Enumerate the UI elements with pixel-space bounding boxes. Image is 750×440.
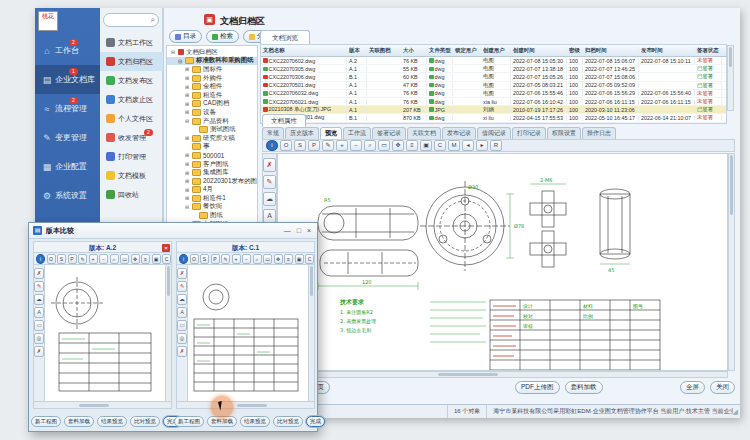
zoom-in-icon[interactable]: + — [89, 254, 98, 264]
tree-node[interactable]: ⊞外购件 — [167, 74, 257, 83]
expand-icon[interactable]: ⊞ — [184, 101, 190, 107]
open-icon[interactable]: O — [280, 140, 292, 151]
tab-操作日志[interactable]: 操作日志 — [582, 127, 616, 139]
column-header[interactable]: 密级 — [567, 47, 583, 54]
tree-node[interactable]: ⊞4月 — [167, 186, 257, 195]
column-header[interactable]: 文档名称 — [261, 47, 347, 54]
cross-markup-icon[interactable]: ✗ — [177, 346, 187, 357]
column-header[interactable]: 文件类型 — [427, 47, 453, 54]
button-套料加载[interactable]: 套料加载 — [64, 416, 94, 427]
nav-item-doc-workspace[interactable]: 文档工作区 — [100, 33, 163, 52]
tab-打印记录[interactable]: 打印记录 — [512, 127, 546, 139]
expand-icon[interactable]: ⊞ — [184, 92, 190, 98]
tree-node[interactable]: ⊞粗造件 — [167, 91, 257, 100]
tab-历史版本[interactable]: 历史版本 — [285, 127, 319, 139]
text-markup-icon[interactable]: A — [34, 307, 44, 318]
tab-权限设置[interactable]: 权限设置 — [547, 127, 581, 139]
expand-icon[interactable]: ⊞ — [184, 135, 190, 141]
sidebar-item-config[interactable]: ▦企业配置 — [35, 152, 100, 181]
cad-preview[interactable]: 120 Ø78 Ø30 45 2-M6 R5 技术要求 1. 未注圆角R2 2.… — [277, 153, 728, 371]
button-全屏[interactable]: 全屏 — [680, 381, 705, 394]
info-icon[interactable]: i — [266, 140, 278, 151]
delete-markup-icon[interactable]: ✗ — [263, 158, 276, 172]
right-pane-vscrollbar[interactable] — [308, 265, 314, 401]
circle-markup-icon[interactable]: ◎ — [177, 333, 187, 344]
tab-常规[interactable]: 常规 — [262, 127, 284, 139]
info-icon[interactable]: i — [179, 254, 188, 264]
expand-icon[interactable]: ⊞ — [184, 66, 190, 72]
open-icon[interactable]: O — [190, 254, 199, 264]
resize-grip-icon[interactable]: ◢ — [733, 408, 740, 416]
expand-icon[interactable]: ⊞ — [184, 75, 190, 81]
zoom-in-icon[interactable]: + — [232, 254, 241, 264]
table-row[interactable]: CXC22070501.dwgA.147 KBdwg电图2022-07-05 0… — [261, 82, 726, 90]
text-markup-icon[interactable]: A — [263, 209, 276, 223]
layers-icon[interactable]: ≡ — [406, 140, 418, 151]
delete-markup-icon[interactable]: ✗ — [34, 268, 44, 279]
fit-page-icon[interactable]: ▭ — [120, 254, 129, 264]
cloud-markup-icon[interactable]: ☁ — [34, 294, 44, 305]
text-markup-icon[interactable]: A — [177, 307, 187, 318]
print-icon[interactable]: P — [68, 254, 77, 264]
right-pane-hscrollbar[interactable] — [176, 402, 315, 409]
redline-edit-icon[interactable]: ✎ — [221, 254, 230, 264]
button-结果预览[interactable]: 结果预览 — [97, 416, 127, 427]
table-row[interactable]: CXC22070306.dwgB.160 KBdwg电图2022-07-07 1… — [261, 73, 726, 81]
nav-item-personal-files[interactable]: 个人文件区 — [100, 109, 163, 128]
column-header[interactable]: 归档时间 — [583, 47, 639, 54]
nav-item-print-manage[interactable]: 打印管理 — [100, 147, 163, 166]
zoom-out-icon[interactable]: − — [99, 254, 108, 264]
catalog-button[interactable]: 目录 — [169, 30, 202, 43]
copy-view-icon[interactable]: C — [305, 254, 314, 264]
compare-titlebar[interactable]: ▤ 版本比较 — □ × — [29, 223, 317, 239]
expand-icon[interactable]: ⊞ — [184, 152, 190, 158]
search-button[interactable]: 检索 — [206, 30, 239, 43]
redline-edit-icon[interactable]: ✎ — [322, 140, 334, 151]
zoom-window-icon[interactable]: ⌕ — [110, 254, 119, 264]
table-row[interactable]: BY-01-03电子阀01.dwgB.1870 KBdwgxi liu2022-… — [261, 114, 726, 122]
sidebar-item-settings[interactable]: ⚙系统设置 — [35, 181, 100, 210]
column-header[interactable]: 版本 — [347, 47, 367, 54]
tree-node[interactable]: ⊞CAD图档 — [167, 100, 257, 109]
nav-item-doc-template[interactable]: 文档模板 — [100, 166, 163, 185]
collapse-icon[interactable]: ⊟ — [184, 204, 190, 210]
left-pane-hscrollbar[interactable] — [33, 402, 172, 409]
tree-node[interactable]: 图纸 — [167, 211, 257, 220]
tree-node[interactable]: 事 — [167, 143, 257, 152]
expand-icon[interactable]: ⊞ — [184, 84, 190, 90]
nav-item-doc-obsolete[interactable]: 文档废止区 — [100, 90, 163, 109]
tree-node[interactable]: ⊞客户图纸 — [167, 160, 257, 169]
close-icon[interactable]: × — [307, 227, 311, 234]
button-PDF上传图[interactable]: PDF上传图 — [515, 381, 560, 394]
collapse-icon[interactable]: ⊟ — [170, 49, 176, 55]
expand-icon[interactable]: ⊞ — [184, 170, 190, 176]
zoom-out-icon[interactable]: − — [350, 140, 362, 151]
collapse-icon[interactable]: ⊟ — [177, 58, 183, 64]
expand-icon[interactable]: ⊞ — [184, 195, 190, 201]
compare-icon[interactable]: M — [448, 140, 460, 151]
cloud-markup-icon[interactable]: ☁ — [177, 294, 187, 305]
sidebar-item-change[interactable]: ✎变更管理 — [35, 123, 100, 152]
minimize-icon[interactable]: — — [284, 227, 291, 234]
print-icon[interactable]: P — [308, 140, 320, 151]
save-icon[interactable]: S — [200, 254, 209, 264]
table-row[interactable]: CXC220706021.dwgA.176 KBdwgxia liu2022-0… — [261, 98, 726, 106]
tree-node[interactable]: ⊞金相件 — [167, 82, 257, 91]
copy-view-icon[interactable]: C — [434, 140, 446, 151]
layers-icon[interactable]: ≡ — [141, 254, 150, 264]
tab-发布记录[interactable]: 发布记录 — [442, 127, 476, 139]
button-新工程图[interactable]: 新工程图 — [174, 416, 204, 427]
save-icon[interactable]: S — [294, 140, 306, 151]
tab-doc-list[interactable]: 文档浏览 — [260, 30, 310, 44]
delete-markup-icon[interactable]: ✗ — [177, 268, 187, 279]
button-新工程图[interactable]: 新工程图 — [31, 416, 61, 427]
tab-签署记录[interactable]: 签署记录 — [372, 127, 406, 139]
preview-hscrollbar[interactable] — [277, 371, 728, 378]
nav-item-doc-archive[interactable]: 文档归档区 — [100, 52, 163, 71]
pan-icon[interactable]: ✥ — [392, 140, 404, 151]
column-header[interactable]: 大小 — [401, 47, 427, 54]
sidebar-item-workbench[interactable]: ⌂工作台2 — [35, 36, 100, 65]
button-完成[interactable]: 完成 — [306, 416, 325, 427]
tab-借阅记录[interactable]: 借阅记录 — [477, 127, 511, 139]
nav-item-recycle-bin[interactable]: 回收站 — [100, 185, 163, 204]
